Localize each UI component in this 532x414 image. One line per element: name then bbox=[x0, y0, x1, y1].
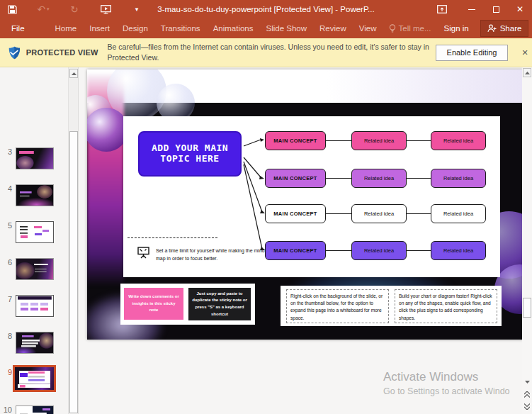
slide-thumbnail-9[interactable] bbox=[15, 367, 54, 390]
tab-insert[interactable]: Insert bbox=[83, 18, 116, 38]
share-person-icon bbox=[487, 24, 497, 33]
slide-canvas: ADD YOUR MAIN TOPIC HERE MAIN CONCEPT Re… bbox=[78, 67, 522, 414]
ribbon-tabs: File Home Insert Design Transitions Anim… bbox=[0, 18, 532, 38]
redo-icon[interactable]: ↻ bbox=[62, 0, 86, 18]
projector-screen-icon bbox=[137, 247, 150, 259]
slide-thumbnail-8[interactable] bbox=[16, 332, 54, 354]
related-idea-box[interactable]: Related idea bbox=[431, 131, 486, 150]
slide-thumbnail-10[interactable] bbox=[16, 405, 54, 414]
close-button[interactable]: ✕ bbox=[508, 0, 532, 18]
tab-review[interactable]: Review bbox=[313, 18, 353, 38]
slide-number: 3 bbox=[0, 147, 12, 156]
thumbnail-scrollbar[interactable] bbox=[68, 67, 78, 414]
scrollbar-thumb[interactable] bbox=[523, 298, 531, 318]
activate-windows-subtext: Go to Settings to activate Windo bbox=[383, 386, 510, 396]
tab-design[interactable]: Design bbox=[116, 18, 154, 38]
tab-view[interactable]: View bbox=[353, 18, 383, 38]
main-concept-box[interactable]: MAIN CONCEPT bbox=[265, 204, 326, 223]
enable-editing-button[interactable]: Enable Editing bbox=[436, 45, 509, 61]
powerpoint-window: ↶▾ ↻ ▾ 3-mau-so-do-tu-duy-powerpoint [Pr… bbox=[0, 0, 532, 414]
window-controls: ✕ bbox=[430, 0, 532, 18]
slide-number: 7 bbox=[0, 295, 12, 303]
undo-icon[interactable]: ↶▾ bbox=[31, 0, 55, 18]
instruction-box-2: Build your chart or diagram faster! Righ… bbox=[395, 289, 497, 323]
slide-thumbnail-panel: 3 4 5 6 7 8 9 10 11 12 bbox=[0, 67, 68, 414]
mindmap-panel[interactable]: ADD YOUR MAIN TOPIC HERE MAIN CONCEPT Re… bbox=[123, 116, 500, 277]
qat-dropdown-icon[interactable]: ▾ bbox=[125, 0, 149, 18]
tip-text: Set a time limit for yourself while maki… bbox=[156, 247, 271, 262]
slide-number: 4 bbox=[0, 184, 12, 193]
slide-thumbnail-7[interactable] bbox=[16, 295, 54, 317]
tab-animations[interactable]: Animations bbox=[207, 18, 260, 38]
related-idea-box[interactable]: Related idea bbox=[431, 169, 486, 188]
selected-slide-border[interactable] bbox=[13, 365, 56, 392]
slide-thumbnail-4[interactable] bbox=[16, 184, 54, 206]
shield-icon bbox=[9, 46, 21, 60]
title-bar: ↶▾ ↻ ▾ 3-mau-so-do-tu-duy-powerpoint [Pr… bbox=[0, 0, 532, 18]
tab-file[interactable]: File bbox=[1, 18, 35, 38]
previous-slide-icon[interactable] bbox=[523, 390, 531, 399]
mindmap-row-1: MAIN CONCEPT Related idea Related idea bbox=[123, 131, 500, 150]
slide-thumbnail-5[interactable] bbox=[16, 221, 54, 243]
sign-in-button[interactable]: Sign in bbox=[437, 24, 476, 33]
next-slide-icon[interactable] bbox=[523, 402, 531, 411]
share-label: Share bbox=[500, 24, 522, 33]
quick-access-toolbar: ↶▾ ↻ ▾ bbox=[0, 0, 149, 18]
instruction-box-1: Right-click on the background of the sli… bbox=[286, 289, 389, 323]
workspace: 3 4 5 6 7 8 9 10 11 12 bbox=[0, 67, 532, 414]
slide-number: 5 bbox=[0, 221, 12, 230]
instructions-panel[interactable]: Right-click on the background of the sli… bbox=[281, 286, 502, 326]
scroll-up-icon[interactable] bbox=[523, 68, 531, 77]
tell-me-label: Tell me... bbox=[399, 24, 431, 33]
scroll-down-icon[interactable] bbox=[523, 378, 531, 387]
dashed-divider bbox=[128, 237, 217, 238]
share-button[interactable]: Share bbox=[480, 20, 529, 37]
mindmap-row-3: MAIN CONCEPT Related idea Related idea bbox=[123, 204, 500, 223]
minimize-button[interactable] bbox=[460, 0, 484, 18]
slide-editing-area[interactable]: ADD YOUR MAIN TOPIC HERE MAIN CONCEPT Re… bbox=[87, 69, 522, 340]
protected-view-bar: PROTECTED VIEW Be careful—files from the… bbox=[0, 38, 532, 67]
slide-number-selected: 9 bbox=[0, 368, 12, 376]
protected-view-close-icon[interactable]: ✕ bbox=[518, 48, 532, 57]
maximize-button[interactable] bbox=[484, 0, 508, 18]
scrollbar-thumb[interactable] bbox=[69, 131, 78, 413]
slide-number: 10 bbox=[0, 405, 12, 414]
scroll-up-icon[interactable] bbox=[69, 69, 78, 78]
tab-slideshow[interactable]: Slide Show bbox=[260, 18, 314, 38]
related-idea-box[interactable]: Related idea bbox=[351, 204, 407, 223]
pink-sticky-note[interactable]: Write down comments or insights in this … bbox=[124, 288, 183, 320]
start-slideshow-icon[interactable] bbox=[94, 0, 118, 18]
vertical-scrollbar[interactable] bbox=[522, 67, 532, 414]
main-concept-box[interactable]: MAIN CONCEPT bbox=[265, 131, 326, 150]
mindmap-row-2: MAIN CONCEPT Related idea Related idea bbox=[123, 169, 500, 188]
slide-number: 8 bbox=[0, 332, 12, 340]
black-sticky-note[interactable]: Just copy and paste to duplicate the sti… bbox=[188, 288, 251, 320]
tab-transitions[interactable]: Transitions bbox=[154, 18, 207, 38]
related-idea-box[interactable]: Related idea bbox=[431, 204, 486, 223]
ribbon-display-options-icon[interactable] bbox=[430, 0, 454, 18]
lightbulb-icon bbox=[389, 24, 396, 33]
related-idea-box[interactable]: Related idea bbox=[351, 131, 407, 150]
activate-windows-watermark: Activate Windows bbox=[383, 370, 478, 384]
related-idea-box[interactable]: Related idea bbox=[431, 241, 486, 260]
related-idea-box[interactable]: Related idea bbox=[351, 169, 407, 188]
protected-view-label: PROTECTED VIEW bbox=[26, 48, 98, 57]
slide-thumbnail-3[interactable] bbox=[16, 147, 54, 169]
main-concept-box[interactable]: MAIN CONCEPT bbox=[265, 169, 326, 188]
slide-thumbnail-6[interactable] bbox=[16, 258, 54, 280]
related-idea-box[interactable]: Related idea bbox=[351, 241, 407, 260]
tab-home[interactable]: Home bbox=[49, 18, 84, 38]
tell-me-box[interactable]: Tell me... bbox=[383, 24, 437, 33]
protected-view-message: Be careful—files from the Internet can c… bbox=[108, 42, 434, 63]
main-concept-box[interactable]: MAIN CONCEPT bbox=[265, 241, 326, 260]
slide-number: 6 bbox=[0, 258, 12, 267]
sticky-notes-panel[interactable]: Write down comments or insights in this … bbox=[120, 284, 255, 325]
save-icon[interactable] bbox=[0, 0, 24, 18]
